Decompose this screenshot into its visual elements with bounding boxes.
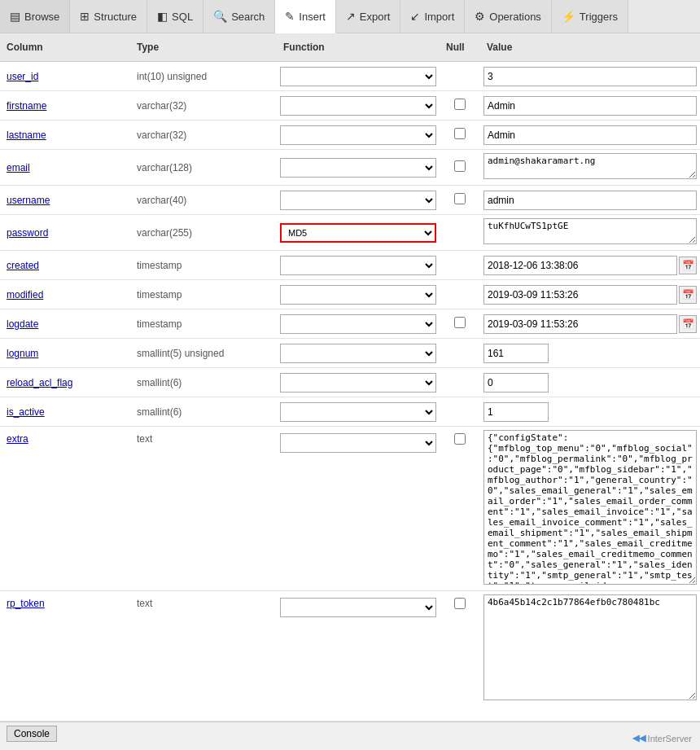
input-extra[interactable]: {"configState": {"mfblog_top_menu":"0","… — [483, 430, 697, 585]
input-lastname[interactable] — [483, 125, 697, 145]
input-user-id[interactable] — [483, 67, 697, 86]
func-select-logdate[interactable] — [280, 314, 436, 334]
null-check-rp-token[interactable] — [454, 598, 466, 609]
null-check-username[interactable] — [454, 193, 466, 204]
func-select-lognum[interactable] — [280, 344, 436, 363]
val-reload-acl-flag — [480, 370, 700, 396]
field-email[interactable]: email — [0, 159, 130, 177]
null-modified — [440, 292, 480, 298]
table-row: is_active smallint(6) — [0, 397, 700, 427]
null-lognum — [440, 350, 480, 357]
val-modified: 📅 — [480, 282, 700, 308]
input-logdate[interactable] — [483, 314, 677, 334]
tab-import[interactable]: ↙ Import — [400, 0, 465, 33]
type-created: timestamp — [130, 257, 277, 274]
input-is-active[interactable] — [483, 402, 549, 422]
tab-triggers-label: Triggers — [580, 11, 618, 23]
input-reload-acl-flag[interactable] — [483, 373, 549, 393]
field-rp-token[interactable]: rp_token — [0, 591, 130, 616]
tab-browse[interactable]: ▤ Browse — [0, 0, 70, 33]
null-check-logdate[interactable] — [454, 317, 466, 328]
input-username[interactable] — [483, 191, 697, 210]
val-lastname — [480, 122, 700, 148]
table-row: lastname varchar(32) — [0, 121, 700, 150]
val-rp-token: 4b6a45b14c2c1b77864efb0c780481bc — [480, 591, 700, 706]
null-reload-acl-flag — [440, 379, 480, 386]
func-user-id — [277, 64, 440, 90]
field-user-id[interactable]: user_id — [0, 68, 130, 86]
type-extra: text — [130, 427, 277, 451]
null-check-firstname[interactable] — [454, 99, 466, 110]
calendar-icon-modified[interactable]: 📅 — [679, 286, 697, 304]
input-firstname[interactable] — [483, 96, 697, 116]
null-check-extra[interactable] — [454, 433, 466, 445]
type-logdate: timestamp — [130, 315, 277, 333]
table-row: firstname varchar(32) — [0, 91, 700, 121]
input-lognum[interactable] — [483, 344, 549, 363]
field-lognum[interactable]: lognum — [0, 344, 130, 362]
interserver-logo: ◀◀ InterServer — [632, 733, 692, 743]
browse-icon: ▤ — [10, 10, 20, 23]
input-modified[interactable] — [483, 285, 677, 305]
table-row: reload_acl_flag smallint(6) — [0, 368, 700, 397]
table-row: password varchar(255) MD5 BINARY SHA1 PA… — [0, 215, 700, 251]
field-reload-acl-flag[interactable]: reload_acl_flag — [0, 374, 130, 392]
func-select-extra[interactable] — [280, 433, 436, 453]
tab-operations[interactable]: ⚙ Operations — [465, 0, 552, 33]
val-extra: {"configState": {"mfblog_top_menu":"0","… — [480, 427, 700, 590]
tab-sql-label: SQL — [172, 11, 193, 23]
main-content: Column Type Function Null Value user_id … — [0, 33, 700, 721]
field-created[interactable]: created — [0, 257, 130, 274]
field-password[interactable]: password — [0, 224, 130, 242]
input-email[interactable]: admin@shakaramart.ng — [483, 153, 697, 179]
func-reload-acl-flag — [277, 370, 440, 396]
input-rp-token[interactable]: 4b6a45b14c2c1b77864efb0c780481bc — [483, 594, 697, 700]
tab-browse-label: Browse — [24, 11, 59, 23]
tab-import-label: Import — [424, 11, 454, 23]
table-row: created timestamp 📅 — [0, 251, 700, 280]
func-select-created[interactable] — [280, 256, 436, 275]
field-firstname[interactable]: firstname — [0, 97, 130, 115]
table-row-extra: extra text {"configState": {"mfblog_top_… — [0, 427, 700, 591]
func-select-firstname[interactable] — [280, 96, 436, 116]
func-select-modified[interactable] — [280, 285, 436, 305]
calendar-icon-created[interactable]: 📅 — [679, 257, 697, 274]
console-button[interactable]: Console — [7, 726, 57, 742]
func-select-reload-acl-flag[interactable] — [280, 373, 436, 393]
null-extra — [440, 427, 480, 454]
calendar-icon-logdate[interactable]: 📅 — [679, 315, 697, 333]
tab-insert[interactable]: ✎ Insert — [275, 0, 336, 33]
val-password: tuKfhUCwTS1ptGE — [480, 215, 700, 250]
val-user-id — [480, 64, 700, 90]
func-select-lastname[interactable] — [280, 125, 436, 145]
func-select-rp-token[interactable] — [280, 598, 436, 617]
func-select-email[interactable] — [280, 158, 436, 178]
func-select-password[interactable]: MD5 BINARY SHA1 PASSWORD — [280, 223, 436, 243]
field-lastname[interactable]: lastname — [0, 126, 130, 144]
field-is-active[interactable]: is_active — [0, 403, 130, 421]
null-email — [440, 157, 480, 178]
field-username[interactable]: username — [0, 191, 130, 209]
func-select-is-active[interactable] — [280, 402, 436, 422]
tab-sql[interactable]: ◧ SQL — [147, 0, 203, 33]
null-check-lastname[interactable] — [454, 128, 466, 139]
tab-search[interactable]: 🔍 Search — [203, 0, 275, 33]
sql-icon: ◧ — [157, 10, 168, 23]
func-select-user-id[interactable] — [280, 67, 436, 86]
field-modified[interactable]: modified — [0, 286, 130, 304]
field-extra[interactable]: extra — [0, 427, 130, 451]
null-is-active — [440, 409, 480, 415]
tab-operations-label: Operations — [489, 11, 541, 23]
input-password[interactable]: tuKfhUCwTS1ptGE — [483, 218, 697, 244]
func-email — [277, 155, 440, 181]
tab-export[interactable]: ↗ Export — [336, 0, 401, 33]
tab-structure[interactable]: ⊞ Structure — [70, 0, 147, 33]
input-created[interactable] — [483, 256, 677, 275]
field-logdate[interactable]: logdate — [0, 315, 130, 333]
null-rp-token — [440, 591, 480, 618]
null-check-email[interactable] — [454, 160, 466, 172]
func-select-username[interactable] — [280, 191, 436, 210]
tab-triggers[interactable]: ⚡ Triggers — [552, 0, 628, 33]
null-lastname — [440, 125, 480, 145]
type-lognum: smallint(5) unsigned — [130, 344, 277, 362]
